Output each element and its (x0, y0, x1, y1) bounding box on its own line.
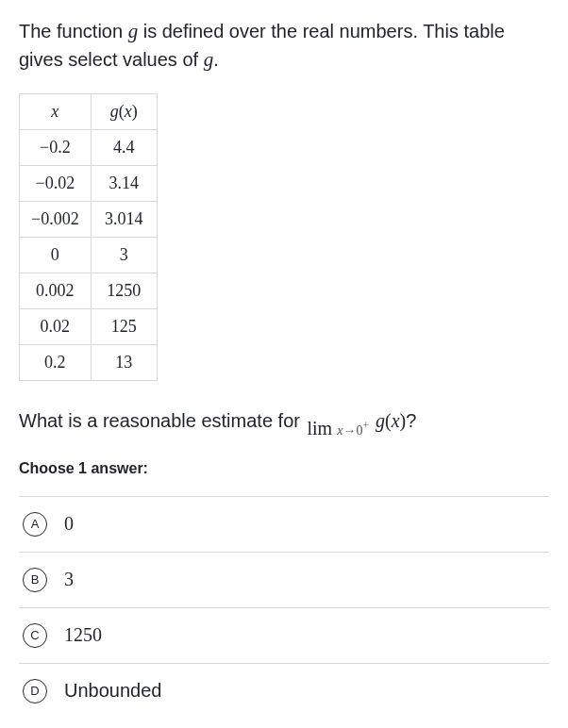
cell-x: 0.02 (20, 308, 92, 344)
question-text: What is a reasonable estimate for lim x→… (19, 407, 549, 434)
radio-icon: A (23, 512, 47, 537)
values-table: x g(x) −0.24.4 −0.023.14 −0.0023.014 03 … (19, 93, 158, 381)
table-row: −0.0023.014 (20, 201, 158, 237)
cell-x: −0.02 (20, 165, 92, 201)
lim-subscript: x→0+ (337, 423, 369, 438)
col-header-x: x (20, 93, 92, 129)
cell-x: 0.002 (20, 273, 92, 308)
radio-icon: C (23, 623, 47, 648)
cell-x: −0.2 (20, 129, 92, 165)
cell-gx: 4.4 (91, 129, 157, 165)
choose-label: Choose 1 answer: (19, 460, 549, 477)
intro-part3: . (213, 49, 219, 70)
radio-icon: B (23, 568, 47, 592)
radio-icon: D (23, 679, 47, 703)
cell-gx: 13 (91, 344, 157, 380)
choice-text: 0 (64, 513, 74, 535)
choices-group: A 0 B 3 C 1250 D Unbounded (19, 496, 549, 719)
table-row: 0.0021250 (20, 273, 158, 308)
choice-text: Unbounded (64, 680, 161, 702)
table-row: −0.023.14 (20, 165, 158, 201)
question-prefix: What is a reasonable estimate for (19, 410, 305, 431)
col-header-gx: g(x) (91, 93, 157, 129)
lim-word: lim (307, 418, 332, 438)
cell-x: 0 (20, 237, 92, 273)
cell-gx: 3.14 (91, 165, 157, 201)
cell-x: −0.002 (20, 201, 92, 237)
intro-fn: g (128, 20, 139, 42)
lim-fn: g (376, 410, 385, 431)
table-row: 0.02125 (20, 308, 158, 344)
table-row: −0.24.4 (20, 129, 158, 165)
question-mark: ? (406, 410, 416, 431)
table-row: 03 (20, 237, 158, 273)
choice-text: 3 (64, 569, 74, 590)
intro-text: The function g is defined over the real … (19, 17, 549, 74)
choice-b[interactable]: B 3 (19, 553, 549, 608)
table-body: −0.24.4 −0.023.14 −0.0023.014 03 0.00212… (20, 129, 158, 380)
cell-gx: 3.014 (91, 201, 157, 237)
cell-x: 0.2 (20, 344, 92, 380)
intro-part1: The function (19, 21, 128, 41)
choice-c[interactable]: C 1250 (19, 608, 549, 664)
choice-a[interactable]: A 0 (19, 497, 549, 553)
intro-fn2: g (204, 48, 214, 71)
cell-gx: 125 (91, 308, 157, 344)
choice-d[interactable]: D Unbounded (19, 664, 549, 719)
cell-gx: 3 (91, 237, 157, 273)
limit-expression: lim x→0+ g(x) (305, 410, 406, 431)
table-row: 0.213 (20, 344, 158, 380)
choice-text: 1250 (64, 624, 102, 646)
cell-gx: 1250 (91, 273, 157, 308)
